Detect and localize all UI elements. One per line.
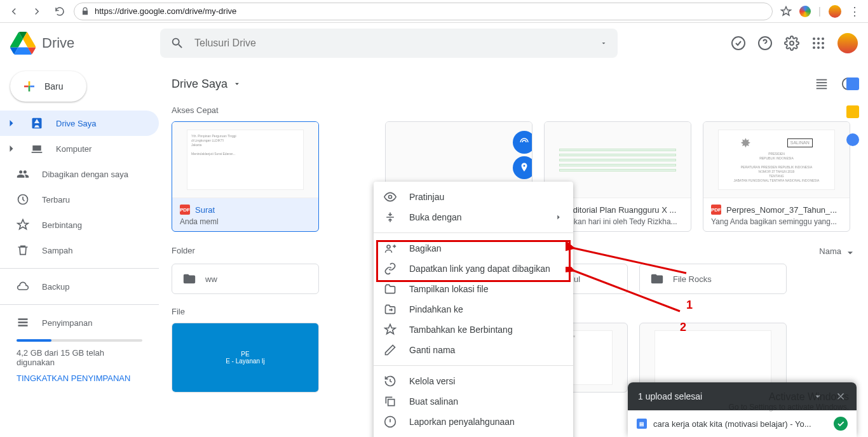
ctx-rename[interactable]: Ganti nama: [374, 340, 573, 360]
ctx-add-star[interactable]: Tambahkan ke Berbintang: [374, 319, 573, 340]
svg-point-7: [817, 42, 820, 44]
ctx-preview[interactable]: Pratinjau: [374, 187, 573, 207]
header-right: [731, 33, 858, 53]
context-menu: Pratinjau Buka dengan Bagikan Dapatkan l…: [374, 182, 573, 437]
sidebar-item-my-drive[interactable]: Drive Saya: [0, 111, 159, 136]
file-title: Surat: [195, 205, 215, 215]
ready-offline-icon[interactable]: [731, 36, 746, 51]
chrome-menu-button[interactable]: ⋮: [849, 4, 860, 18]
sort-arrow-icon: [845, 246, 855, 256]
pdf-icon: PDF: [711, 205, 721, 215]
sidebar-item-label: Backup: [42, 282, 69, 292]
svg-rect-13: [18, 318, 28, 320]
pdf-icon: PDF: [180, 205, 190, 215]
storage-progress-bar: [17, 339, 142, 342]
upload-toast: 1 upload selesai ▤ cara kerja otak kita …: [628, 382, 857, 437]
lock-icon: [81, 7, 90, 16]
sidebar-item-backup[interactable]: Backup: [0, 274, 159, 299]
apps-grid-icon[interactable]: [811, 36, 826, 51]
file-card-0[interactable]: PEE - Layanan Ij: [172, 323, 319, 393]
star-icon: [17, 218, 29, 231]
storage-text: 4,2 GB dari 15 GB telah digunakan: [17, 348, 142, 367]
ctx-manage-versions[interactable]: Kelola versi: [374, 371, 573, 391]
upgrade-storage-link[interactable]: TINGKATKAN PENYIMPANAN: [17, 373, 142, 383]
sidebar-item-starred[interactable]: Berbintang: [0, 212, 159, 238]
folder-card-2[interactable]: File Rocks: [639, 264, 787, 294]
folder-name: ww: [205, 274, 217, 284]
close-icon[interactable]: [835, 391, 846, 402]
sidebar-item-computers[interactable]: Komputer: [0, 136, 159, 161]
browser-chrome: https://drive.google.com/drive/my-drive …: [0, 0, 868, 23]
extension-icon[interactable]: [799, 6, 811, 17]
plus-icon: [22, 79, 37, 94]
tasks-app-icon[interactable]: [846, 133, 859, 146]
sidebar-item-shared[interactable]: Dibagikan dengan saya: [0, 161, 159, 187]
url-text: https://drive.google.com/drive/my-drive: [95, 6, 236, 16]
svg-rect-17: [817, 82, 827, 83]
new-button[interactable]: Baru: [10, 71, 86, 102]
bookmark-star-icon[interactable]: [780, 6, 792, 17]
side-panel: [837, 64, 868, 146]
folder-card-0[interactable]: ww: [172, 264, 319, 294]
shared-icon: [17, 168, 29, 180]
breadcrumb-bar: Drive Saya: [172, 69, 855, 99]
quick-card-0[interactable]: Yth. Pimpinan Perguruan Tinggidi Lingkun…: [172, 121, 319, 232]
upload-toast-body[interactable]: ▤ cara kerja otak kita (motivasi belajar…: [628, 410, 857, 437]
folder-icon: [650, 272, 664, 286]
expand-arrow-icon: [5, 142, 18, 155]
file-title: Editorial Plan Ruangguru X ...: [567, 205, 676, 215]
sidebar-item-storage[interactable]: Penyimpanan: [0, 310, 159, 335]
search-dropdown-icon[interactable]: [600, 39, 607, 47]
help-icon[interactable]: [757, 36, 773, 51]
chrome-profile-avatar[interactable]: [829, 5, 841, 18]
ctx-download[interactable]: Download: [374, 432, 573, 437]
keep-app-icon[interactable]: [846, 105, 859, 118]
breadcrumb-title[interactable]: Drive Saya: [172, 77, 241, 91]
list-view-icon[interactable]: [815, 77, 829, 91]
sidebar-item-recent[interactable]: Terbaru: [0, 187, 159, 212]
backup-icon: [17, 280, 29, 293]
svg-point-4: [817, 37, 820, 40]
browser-back-button[interactable]: [5, 3, 23, 20]
svg-point-21: [389, 196, 392, 199]
expand-arrow-icon: [5, 117, 18, 130]
svg-rect-15: [18, 325, 28, 326]
ctx-open-with[interactable]: Buka dengan: [374, 207, 573, 227]
sort-control[interactable]: Nama: [819, 246, 855, 256]
drive-logo-icon: [10, 32, 36, 55]
sidebar-item-label: Penyimpanan: [42, 318, 93, 328]
check-icon: [834, 417, 848, 431]
ctx-get-link[interactable]: Dapatkan link yang dapat dibagikan: [374, 259, 573, 279]
ctx-make-copy[interactable]: Buat salinan: [374, 391, 573, 412]
user-avatar[interactable]: [837, 33, 858, 53]
collapse-icon[interactable]: [812, 391, 824, 402]
breadcrumb-text: Drive Saya: [172, 77, 227, 91]
sidebar-item-label: Terbaru: [42, 195, 70, 205]
quick-access-label: Akses Cepat: [172, 105, 855, 115]
file-title: Perpres_Nomor_37_Tahun_...: [726, 205, 837, 215]
drive-logo[interactable]: Drive: [10, 32, 153, 55]
chevron-down-icon: [233, 79, 241, 88]
upload-status-text: 1 upload selesai: [638, 391, 702, 401]
browser-forward-button[interactable]: [28, 3, 46, 20]
svg-point-11: [822, 46, 824, 49]
sidebar-item-trash[interactable]: Sampah: [0, 238, 159, 263]
search-bar[interactable]: [160, 29, 618, 58]
ctx-move-to[interactable]: Pindahkan ke: [374, 299, 573, 319]
ctx-report-abuse[interactable]: Laporkan penyalahgunaan: [374, 412, 573, 432]
search-input[interactable]: [194, 37, 590, 49]
settings-gear-icon[interactable]: [784, 36, 799, 51]
trash-icon: [17, 244, 29, 257]
svg-point-3: [813, 37, 815, 40]
ctx-share[interactable]: Bagikan: [374, 238, 573, 259]
folder-label: Folder: [172, 246, 195, 256]
svg-point-6: [813, 42, 815, 44]
file-meta: Yang Anda bagikan seminggu yang...: [711, 217, 842, 226]
browser-reload-button[interactable]: [51, 3, 69, 20]
ctx-show-location[interactable]: Tampilkan lokasi file: [374, 279, 573, 299]
browser-right-controls: | ⋮: [778, 4, 863, 18]
calendar-app-icon[interactable]: [846, 77, 859, 90]
address-bar[interactable]: https://drive.google.com/drive/my-drive: [74, 3, 773, 20]
quick-card-3[interactable]: ✸SALINAN PRESIDENREPUBLIK INDONESIA PERA…: [703, 121, 850, 232]
svg-rect-23: [388, 400, 395, 406]
